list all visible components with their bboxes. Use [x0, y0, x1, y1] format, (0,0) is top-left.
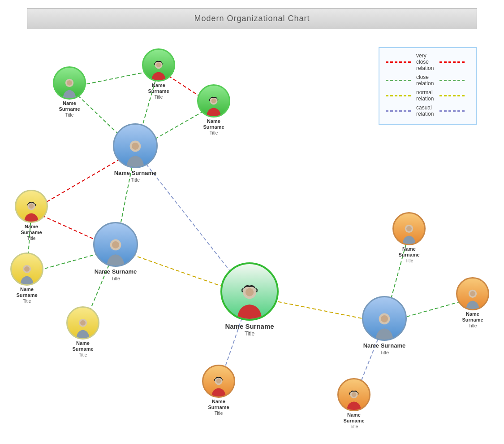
person-title-n14: Title	[350, 424, 358, 430]
person-node-n6[interactable]: Name SurnameTitle	[93, 222, 138, 282]
chart-title: Modern Organizational Chart	[27, 8, 477, 29]
person-title-n1: Title	[155, 94, 163, 100]
legend-item-green: close relation	[386, 74, 470, 87]
person-node-n2[interactable]: Name SurnameTitle	[53, 66, 86, 118]
svg-point-45	[352, 392, 357, 397]
person-name-n12: Name Surname	[363, 342, 406, 349]
avatar-n14	[337, 378, 370, 411]
legend-line-yellow2	[439, 95, 466, 96]
svg-point-29	[112, 241, 119, 248]
svg-point-31	[24, 266, 30, 272]
legend-line-blue2	[439, 110, 466, 112]
avatar-n3	[197, 84, 230, 118]
svg-point-39	[406, 226, 412, 231]
legend-item-red: very close relation	[386, 52, 470, 71]
legend-line-green	[386, 80, 413, 81]
avatar-n5	[15, 190, 48, 223]
person-title-n10: Title	[215, 410, 223, 416]
person-node-n1[interactable]: Name SurnameTitle	[142, 48, 175, 100]
svg-point-27	[29, 204, 34, 209]
person-name-n7: Name Surname	[10, 287, 43, 298]
person-name-n3: Name Surname	[197, 118, 230, 130]
svg-point-35	[246, 288, 254, 296]
legend-line-yellow	[386, 95, 413, 96]
person-title-n12: Title	[380, 349, 389, 356]
legend-line-green2	[439, 80, 466, 81]
person-title-n5: Title	[27, 235, 36, 241]
person-title-n7: Title	[23, 298, 31, 304]
person-name-n10: Name Surname	[202, 399, 235, 410]
legend-line-blue	[386, 110, 413, 112]
person-name-n13: Name Surname	[456, 311, 489, 323]
person-name-n9: Name Surname	[225, 322, 274, 331]
person-title-n6: Title	[111, 275, 120, 282]
person-title-n8: Title	[79, 352, 87, 358]
person-node-n7[interactable]: Name SurnameTitle	[10, 252, 43, 304]
person-title-n2: Title	[65, 112, 74, 118]
svg-point-19	[156, 63, 161, 68]
person-name-n14: Name Surname	[337, 412, 370, 424]
person-name-n11: Name Surname	[392, 246, 426, 258]
person-node-n12[interactable]: Name SurnameTitle	[362, 296, 407, 356]
person-node-n8[interactable]: Name SurnameTitle	[66, 306, 99, 358]
person-node-n4[interactable]: Name SurnameTitle	[113, 123, 158, 183]
legend-label-green: close relation	[416, 74, 438, 87]
legend-label-red: very close relation	[416, 52, 438, 71]
person-name-n8: Name Surname	[66, 340, 99, 352]
avatar-n13	[456, 277, 489, 310]
avatar-n7	[10, 252, 43, 286]
legend-label-blue: casual relation	[416, 104, 438, 117]
svg-point-23	[211, 99, 216, 104]
svg-point-21	[67, 80, 72, 86]
person-node-n10[interactable]: Name SurnameTitle	[202, 365, 235, 416]
avatar-n8	[66, 306, 99, 340]
legend-line-red	[386, 61, 413, 63]
person-node-n13[interactable]: Name SurnameTitle	[456, 277, 489, 329]
person-name-n2: Name Surname	[53, 100, 86, 112]
person-node-n14[interactable]: Name SurnameTitle	[337, 378, 370, 430]
person-name-n4: Name Surname	[114, 170, 157, 177]
legend-item-yellow: normal relation	[386, 89, 470, 102]
person-title-n3: Title	[210, 130, 218, 136]
avatar-n9	[220, 262, 279, 321]
person-name-n1: Name Surname	[142, 83, 175, 94]
legend-item-blue: casual relation	[386, 104, 470, 117]
person-title-n4: Title	[131, 177, 140, 183]
svg-point-25	[132, 143, 139, 150]
avatar-n1	[142, 48, 175, 82]
person-node-n5[interactable]: Name SurnameTitle	[15, 190, 48, 241]
person-title-n13: Title	[469, 323, 477, 329]
person-title-n9: Title	[245, 331, 254, 338]
avatar-n6	[93, 222, 138, 267]
person-node-n9[interactable]: Name SurnameTitle	[220, 262, 279, 338]
avatar-n2	[53, 66, 86, 100]
svg-point-37	[216, 379, 221, 384]
avatar-n11	[392, 212, 426, 245]
svg-point-41	[381, 315, 388, 322]
avatar-n4	[113, 123, 158, 168]
legend-line-red2	[439, 61, 466, 63]
person-name-n6: Name Surname	[95, 268, 137, 275]
person-node-n3[interactable]: Name SurnameTitle	[197, 84, 230, 136]
legend: very close relation close relation norma…	[379, 47, 477, 125]
avatar-n10	[202, 365, 235, 398]
avatar-n12	[362, 296, 407, 341]
person-node-n11[interactable]: Name SurnameTitle	[392, 212, 426, 264]
person-name-n5: Name Surname	[15, 224, 48, 235]
legend-label-yellow: normal relation	[416, 89, 438, 102]
svg-point-43	[470, 291, 475, 296]
svg-point-33	[80, 320, 86, 326]
person-title-n11: Title	[405, 258, 414, 264]
